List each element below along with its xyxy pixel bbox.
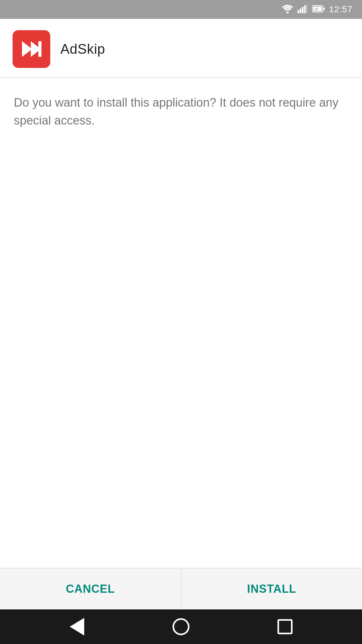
back-icon [70,618,84,636]
svg-rect-7 [323,8,325,10]
action-buttons: CANCEL INSTALL [0,568,362,609]
home-icon [173,618,189,635]
home-button[interactable] [168,614,194,639]
main-content: Do you want to install this application?… [0,78,362,142]
recents-icon [277,619,293,634]
svg-point-0 [286,12,288,14]
bottom-bar: CANCEL INSTALL [0,568,362,644]
nav-bar [0,609,362,644]
battery-icon: 87 [312,5,325,14]
install-button[interactable]: INSTALL [181,569,362,609]
back-button[interactable] [64,614,90,639]
svg-text:87: 87 [315,8,319,11]
status-time: 12:57 [329,4,353,14]
status-bar: 87 12:57 [0,0,362,19]
wifi-icon [282,4,293,14]
signal-icon [298,4,308,14]
svg-rect-1 [298,10,299,13]
install-description: Do you want to install this application?… [14,94,348,130]
recents-button[interactable] [272,614,298,639]
svg-rect-4 [304,5,306,13]
app-header: AdSkip [0,19,362,78]
svg-rect-2 [300,8,301,13]
svg-rect-5 [306,4,308,13]
cancel-button[interactable]: CANCEL [0,569,181,609]
app-title: AdSkip [60,41,105,57]
svg-marker-10 [22,41,32,57]
svg-rect-3 [302,7,304,13]
app-logo [13,30,50,68]
status-icons: 87 12:57 [282,4,353,14]
svg-rect-12 [38,41,41,57]
